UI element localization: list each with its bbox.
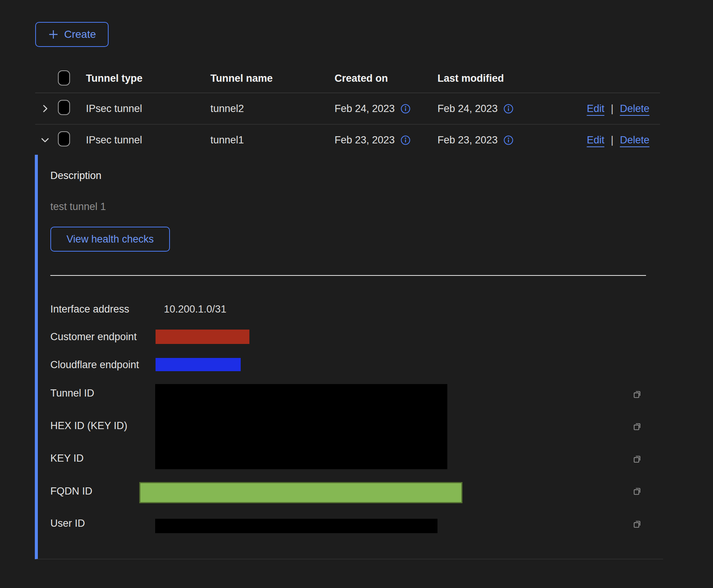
chevron-down-icon[interactable] bbox=[40, 135, 50, 145]
column-header-tunnel-type: Tunnel type bbox=[86, 73, 210, 84]
plus-icon bbox=[48, 29, 59, 40]
row-checkbox[interactable] bbox=[58, 131, 70, 146]
fqdn-id-label: FQDN ID bbox=[50, 485, 92, 497]
customer-endpoint-label: Customer endpoint bbox=[50, 331, 137, 343]
copy-icon[interactable] bbox=[632, 486, 642, 498]
create-button[interactable]: Create bbox=[35, 22, 109, 47]
row-checkbox[interactable] bbox=[58, 100, 70, 115]
hex-id-label: HEX ID (KEY ID) bbox=[50, 420, 128, 432]
key-id-label: KEY ID bbox=[50, 453, 84, 464]
column-header-tunnel-name: Tunnel name bbox=[210, 73, 335, 84]
action-separator: | bbox=[611, 103, 613, 115]
interface-address-value: 10.200.1.0/31 bbox=[164, 303, 226, 315]
cloudflare-endpoint-label: Cloudflare endpoint bbox=[50, 359, 139, 371]
copy-icon[interactable] bbox=[632, 389, 642, 401]
section-divider bbox=[50, 275, 646, 276]
edit-link[interactable]: Edit bbox=[587, 134, 604, 146]
tunnels-page: Create Tunnel type Tunnel name Created o… bbox=[0, 0, 713, 588]
created-on-value: Feb 23, 2023 bbox=[335, 134, 395, 146]
description-value: test tunnel 1 bbox=[50, 201, 106, 213]
info-icon[interactable] bbox=[400, 104, 411, 114]
cloudflare-endpoint-redaction bbox=[156, 358, 241, 371]
delete-link[interactable]: Delete bbox=[620, 134, 649, 146]
user-id-redaction bbox=[155, 519, 437, 533]
create-button-label: Create bbox=[64, 28, 96, 40]
created-on-value: Feb 24, 2023 bbox=[335, 103, 395, 115]
copy-icon[interactable] bbox=[632, 454, 642, 465]
last-modified-value: Feb 23, 2023 bbox=[437, 134, 498, 146]
select-all-checkbox[interactable] bbox=[58, 70, 70, 86]
table-row-tunnel2: IPsec tunnel tunnel2 Feb 24, 2023 Feb 24… bbox=[35, 93, 660, 124]
delete-link[interactable]: Delete bbox=[620, 103, 649, 115]
tunnel-details-panel: Description test tunnel 1 View health ch… bbox=[35, 155, 663, 559]
table-header-row: Tunnel type Tunnel name Created on Last … bbox=[35, 64, 660, 93]
column-header-last-modified: Last modified bbox=[437, 73, 541, 84]
table-row-tunnel1: IPsec tunnel tunnel1 Feb 23, 2023 Feb 23… bbox=[35, 124, 660, 156]
info-icon[interactable] bbox=[400, 135, 411, 145]
description-label: Description bbox=[50, 170, 101, 182]
tunnel-type-cell: IPsec tunnel bbox=[86, 134, 210, 146]
tunnels-table: Tunnel type Tunnel name Created on Last … bbox=[35, 64, 660, 156]
chevron-right-icon[interactable] bbox=[40, 103, 50, 114]
info-icon[interactable] bbox=[503, 104, 514, 114]
edit-link[interactable]: Edit bbox=[587, 103, 604, 115]
view-health-checks-button[interactable]: View health checks bbox=[50, 227, 170, 252]
info-icon[interactable] bbox=[503, 135, 514, 145]
tunnel-name-cell: tunnel2 bbox=[210, 103, 335, 115]
tunnel-name-cell: tunnel1 bbox=[210, 134, 335, 146]
tunnel-type-cell: IPsec tunnel bbox=[86, 103, 210, 115]
interface-address-label: Interface address bbox=[50, 303, 129, 315]
column-header-created-on: Created on bbox=[335, 73, 437, 84]
id-group-redaction bbox=[155, 384, 447, 469]
fqdn-id-redaction bbox=[139, 482, 462, 503]
last-modified-value: Feb 24, 2023 bbox=[437, 103, 498, 115]
user-id-label: User ID bbox=[50, 518, 85, 529]
action-separator: | bbox=[611, 134, 613, 146]
tunnel-id-label: Tunnel ID bbox=[50, 387, 94, 399]
copy-icon[interactable] bbox=[632, 422, 642, 433]
copy-icon[interactable] bbox=[632, 519, 642, 530]
header-checkbox-cell bbox=[58, 70, 86, 87]
customer-endpoint-redaction bbox=[156, 330, 249, 344]
